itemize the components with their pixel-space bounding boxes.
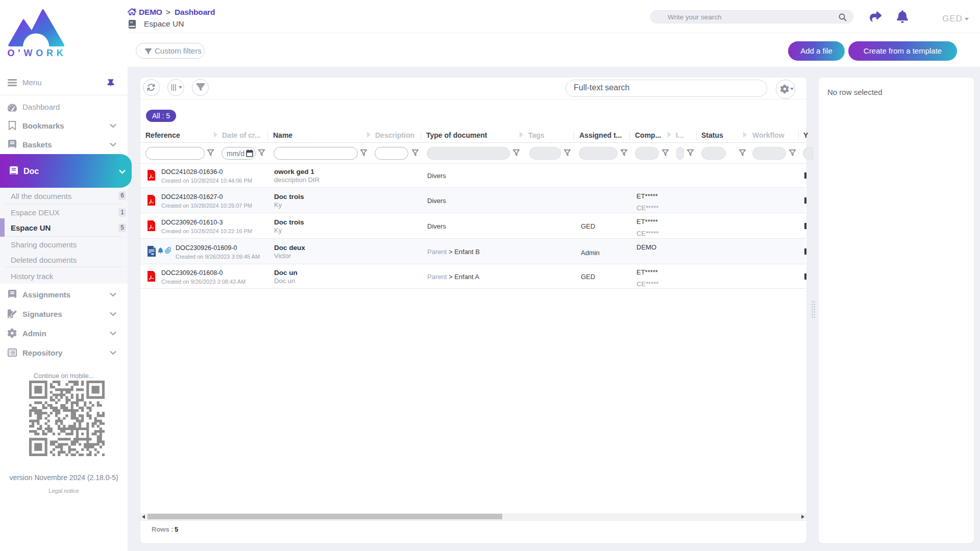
svg-text:O'WORK: O'WORK [8,48,66,58]
svg-text:W: W [151,253,154,256]
